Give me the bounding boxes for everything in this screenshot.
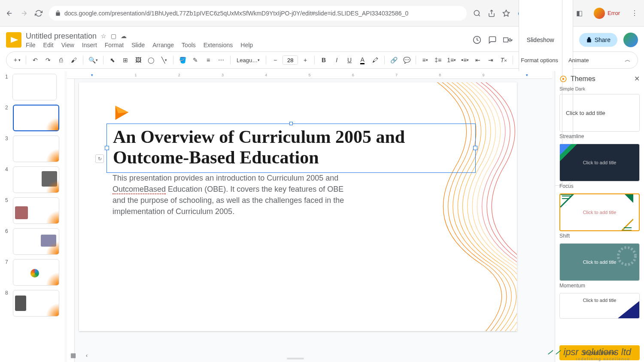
slides-logo-icon[interactable]: [6, 32, 21, 48]
decrease-font-button[interactable]: −: [270, 54, 281, 66]
star-icon[interactable]: ☆: [101, 33, 106, 39]
url-text: docs.google.com/presentation/d/1BhUyedL7…: [64, 10, 408, 17]
slide-thumb-3[interactable]: [13, 136, 59, 162]
meet-icon[interactable]: ▾: [503, 35, 513, 45]
text-color-button[interactable]: A: [357, 54, 368, 66]
menu-extensions[interactable]: Extensions: [204, 42, 233, 48]
italic-button[interactable]: I: [331, 54, 342, 66]
themes-panel: Themes ✕ Simple Dark Click to add title …: [555, 71, 644, 362]
indent-less-button[interactable]: ⇤: [472, 54, 483, 66]
image-tool[interactable]: 🖼: [133, 54, 144, 66]
move-icon[interactable]: ▢: [111, 33, 116, 39]
cloud-icon[interactable]: ☁: [121, 33, 127, 39]
grid-view-icon[interactable]: ▦: [70, 352, 76, 359]
watermark-swoosh-icon: ⟋⟋: [546, 348, 562, 357]
slide-thumb-5[interactable]: [13, 197, 59, 224]
slide-thumb-6[interactable]: [13, 228, 59, 255]
menu-view[interactable]: View: [61, 42, 74, 48]
border-color-button[interactable]: ✎: [190, 54, 201, 66]
textbox-tool[interactable]: ⊞: [120, 54, 131, 66]
rotate-handle-icon[interactable]: ↻: [95, 154, 104, 163]
font-size-input[interactable]: [283, 55, 298, 65]
comments-icon[interactable]: [488, 35, 497, 45]
new-slide-button[interactable]: ＋ ▾: [11, 54, 22, 66]
themes-icon: [559, 75, 567, 83]
indent-more-button[interactable]: ⇥: [485, 54, 496, 66]
format-options-button[interactable]: Format options: [516, 57, 562, 63]
wave-decoration-icon: [388, 82, 517, 331]
redo-button[interactable]: ↷: [43, 54, 54, 66]
thumb-number: 2: [5, 105, 10, 111]
canvas-area: ▾ 123456789 ▾: [64, 71, 555, 362]
animate-button[interactable]: Animate: [564, 57, 593, 63]
menu-slide[interactable]: Slide: [131, 42, 145, 48]
line-tool[interactable]: ╲ ▾: [158, 54, 170, 66]
close-panel-icon[interactable]: ✕: [634, 75, 640, 83]
numbered-list-button[interactable]: 1≡ ▾: [445, 54, 458, 66]
menu-insert[interactable]: Insert: [82, 42, 97, 48]
theme-card-focus[interactable]: Click to add title: [559, 193, 640, 231]
account-avatar[interactable]: [623, 33, 638, 47]
speaker-notes-handle[interactable]: [76, 358, 514, 359]
align-button[interactable]: ≡ ▾: [419, 54, 431, 66]
bold-button[interactable]: B: [318, 54, 329, 66]
spelling-error: OutcomeBased: [112, 185, 166, 194]
print-button[interactable]: ⎙: [55, 54, 67, 66]
link-button[interactable]: 🔗: [388, 54, 399, 66]
menu-help[interactable]: Help: [240, 42, 253, 48]
theme-name: Streamline: [559, 133, 640, 139]
clear-format-button[interactable]: T×: [498, 54, 509, 66]
font-family-select[interactable]: Leagu… ▾: [234, 54, 262, 66]
slide-logo-icon: [112, 104, 131, 123]
increase-font-button[interactable]: +: [300, 54, 311, 66]
theme-card-momentum[interactable]: Click to add title: [559, 293, 640, 319]
history-icon[interactable]: [472, 35, 482, 45]
line-spacing-button[interactable]: ‡≡: [432, 54, 444, 66]
slide-title-text[interactable]: An Overview of Curriculum 2005 and Outco…: [113, 127, 469, 168]
menu-bar: File Edit View Insert Format Slide Arran…: [26, 42, 468, 48]
menu-edit[interactable]: Edit: [43, 42, 54, 48]
theme-card-streamline[interactable]: Click to add title: [559, 144, 640, 181]
slide-thumb-2[interactable]: [13, 105, 59, 131]
undo-button[interactable]: ↶: [30, 54, 41, 66]
highlight-button[interactable]: 🖍: [370, 54, 381, 66]
svg-point-3: [562, 78, 565, 80]
theme-name: Focus: [559, 183, 640, 189]
thumb-number: 3: [5, 136, 10, 142]
theme-card-simple[interactable]: Click to add title: [559, 94, 640, 132]
bulleted-list-button[interactable]: •≡ ▾: [459, 54, 471, 66]
paint-format-button[interactable]: 🖌: [68, 54, 79, 66]
comment-button[interactable]: 💬: [401, 54, 412, 66]
theme-name: Simple Dark: [559, 86, 640, 91]
menu-arrange[interactable]: Arrange: [152, 42, 174, 48]
slide-thumb-1[interactable]: [12, 74, 57, 100]
themes-title: Themes: [571, 75, 595, 83]
select-tool[interactable]: ⬉: [107, 54, 118, 66]
address-bar[interactable]: docs.google.com/presentation/d/1BhUyedL7…: [49, 6, 467, 21]
slide-thumb-4[interactable]: [13, 166, 59, 193]
menu-file[interactable]: File: [26, 42, 36, 48]
underline-button[interactable]: U: [344, 54, 355, 66]
border-dash-button[interactable]: ⋯: [216, 54, 227, 66]
collapse-filmstrip-icon[interactable]: ‹: [86, 353, 88, 359]
share-button[interactable]: Share: [579, 33, 617, 47]
slide-thumb-7[interactable]: [13, 259, 59, 286]
menu-tools[interactable]: Tools: [182, 42, 196, 48]
slide-canvas[interactable]: ↻ An Overview of Curriculum 2005 and Out…: [79, 82, 517, 331]
zoom-button[interactable]: 🔍 ▾: [87, 54, 100, 66]
fill-color-button[interactable]: 🪣: [177, 54, 188, 66]
document-title[interactable]: Untitled presentation: [26, 32, 97, 41]
slide-body-text[interactable]: This presentation provides an introducti…: [112, 172, 353, 217]
collapse-toolbar-icon[interactable]: ︿: [622, 54, 633, 66]
lock-icon: [586, 37, 592, 43]
border-weight-button[interactable]: ≡: [203, 54, 214, 66]
slide-thumb-8[interactable]: [13, 290, 59, 317]
forward-icon[interactable]: [20, 9, 28, 18]
reload-icon[interactable]: [34, 9, 43, 18]
thumb-number: 7: [5, 259, 10, 265]
title-textbox[interactable]: An Overview of Curriculum 2005 and Outco…: [106, 124, 476, 173]
theme-card-shift[interactable]: Click to add title: [559, 243, 640, 281]
shape-tool[interactable]: ◯: [146, 54, 157, 66]
menu-format[interactable]: Format: [105, 42, 124, 48]
back-icon[interactable]: [5, 9, 14, 18]
